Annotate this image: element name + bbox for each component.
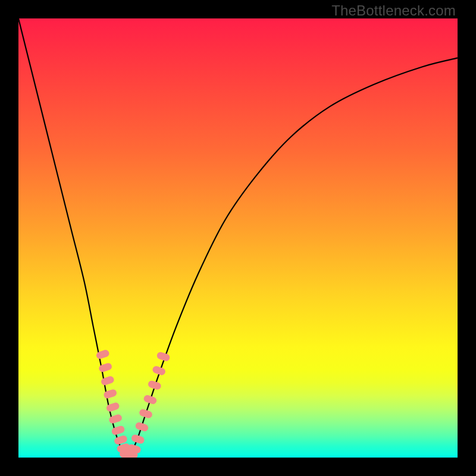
watermark-text: TheBottleneck.com	[331, 2, 456, 19]
highlight-beads	[95, 349, 170, 458]
bottleneck-curve	[18, 18, 458, 458]
plot-area	[18, 18, 458, 458]
chart-svg	[18, 18, 458, 458]
bead-marker	[134, 421, 149, 432]
curve-line	[18, 18, 458, 458]
bead-marker	[111, 425, 126, 436]
chart-frame: TheBottleneck.com	[0, 0, 476, 476]
bead-marker	[130, 434, 145, 444]
bead-marker	[100, 375, 115, 386]
bead-marker	[139, 408, 154, 419]
bead-marker	[143, 394, 158, 405]
